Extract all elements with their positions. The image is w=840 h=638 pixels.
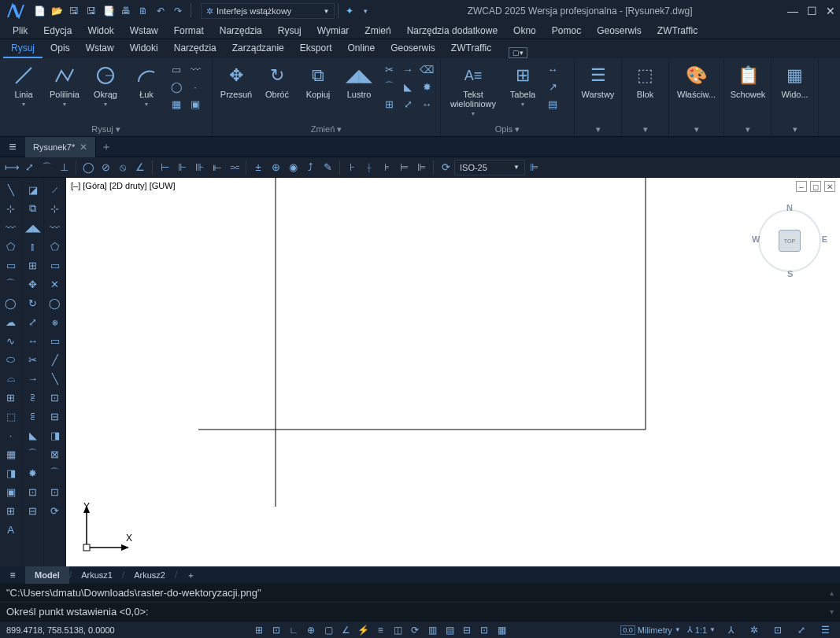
layout-tab-arkusz2[interactable]: Arkusz2 (124, 566, 175, 584)
rotate-button[interactable]: ↻Obróć (258, 61, 296, 101)
panel-title-zmien[interactable]: Zmień ▾ (213, 122, 440, 136)
mirror-button[interactable]: ◢◣Lustro (340, 61, 378, 101)
dim-tol-icon[interactable]: ± (250, 159, 267, 176)
panel-title-schowek[interactable]: ▾ (724, 122, 771, 136)
ribbon-tab-zwtraffic[interactable]: ZWTraffic (443, 39, 499, 58)
redo-icon[interactable]: ↷ (170, 3, 186, 19)
snap-mode-icon[interactable]: ⊡ (268, 622, 285, 638)
dim-cont-icon[interactable]: ⊪ (191, 159, 208, 176)
chevron-down-icon[interactable]: ▼ (357, 3, 373, 19)
dim-rad-icon[interactable]: ◯ (80, 159, 97, 176)
tb-expl-sm-icon[interactable]: ✸ (24, 464, 42, 481)
erase-icon[interactable]: ⌫ (419, 61, 435, 77)
menu-okno[interactable]: Okno (507, 24, 542, 38)
cycle-icon[interactable]: ⟳ (406, 622, 424, 638)
doc-tab-active[interactable]: Rysunek7* ✕ (25, 137, 96, 157)
tb-poly-icon[interactable]: ⬠ (2, 238, 20, 255)
tb3-8-icon[interactable]: ⎈ (46, 313, 64, 330)
layout-tab-arkusz1[interactable]: Arkusz1 (72, 566, 122, 584)
tb-join-icon[interactable]: ⫕ (24, 408, 42, 425)
ribbon-tab-zarzadzanie[interactable]: Zarządzanie (224, 39, 292, 58)
region-icon[interactable]: ▣ (187, 96, 203, 112)
plot-icon[interactable]: 📑 (101, 3, 117, 19)
ribbon-tab-opis[interactable]: Opis (43, 39, 78, 58)
dim-style-icon[interactable]: ⊫ (525, 159, 542, 176)
viewcube-w[interactable]: W (752, 234, 760, 244)
sb-c-icon[interactable]: ⊟ (458, 622, 476, 638)
line-button[interactable]: Linia▾ (5, 61, 43, 109)
tb-trim-sm-icon[interactable]: ✂ (24, 351, 42, 368)
open-icon[interactable]: 📂 (49, 3, 65, 19)
layers-button[interactable]: ☰Warstwy (579, 61, 616, 101)
save-icon[interactable]: 🖫 (66, 3, 82, 19)
view-button[interactable]: ▦Wido... (776, 61, 813, 101)
tb-erase-sm-icon[interactable]: ◪ (24, 181, 42, 198)
status-units[interactable]: 0.0 Milimetry▼ (620, 625, 680, 635)
dim-h4-icon[interactable]: ⊨ (395, 159, 413, 176)
dim-break-icon[interactable]: ⫗ (225, 159, 242, 176)
tb3-4-icon[interactable]: ⬠ (46, 238, 64, 255)
tb-pline-icon[interactable]: 〰 (2, 219, 20, 236)
status-scale[interactable]: ⅄ 1:1 ▼ (687, 625, 716, 635)
menu-wstaw[interactable]: Wstaw (124, 24, 165, 38)
workspace-dropdown[interactable]: ✲ Interfejs wstążkowy ▼ (201, 3, 335, 19)
ribbon-tab-wstaw[interactable]: Wstaw (78, 39, 122, 58)
array-icon[interactable]: ⊞ (381, 96, 397, 112)
tb3-16-icon[interactable]: ⌒ (46, 464, 64, 481)
menu-edycja[interactable]: Edycja (37, 24, 78, 38)
star-icon[interactable]: ✦ (342, 3, 357, 19)
dim-ord-icon[interactable]: ⊥ (55, 159, 72, 176)
cmd-scroll-down-icon[interactable]: ▾ (830, 607, 834, 616)
tb-grad-icon[interactable]: ◨ (2, 464, 20, 481)
rect-icon[interactable]: ▭ (168, 61, 184, 77)
snap-grid-icon[interactable]: ⊞ (250, 622, 268, 638)
tb-block-sm-icon[interactable]: ⬚ (2, 408, 20, 425)
table-button[interactable]: ⊞Tabela▾ (504, 61, 542, 109)
tb3-9-icon[interactable]: ▭ (46, 332, 64, 349)
clipboard-button[interactable]: 📋Schowek (729, 61, 767, 101)
tb-pt-icon[interactable]: · (2, 426, 20, 444)
tb-tbl-icon[interactable]: ⊞ (2, 502, 20, 519)
arc-button[interactable]: Łuk▾ (128, 61, 165, 109)
panel-title-blok[interactable]: ▾ (622, 122, 668, 136)
dim-arc-icon[interactable]: ⌒ (38, 159, 55, 176)
layout-tab-model[interactable]: Model (25, 566, 69, 584)
viewcube-face[interactable]: TOP (779, 230, 801, 252)
dim-h2-icon[interactable]: ⟊ (361, 159, 378, 176)
new-icon[interactable]: 📄 (31, 3, 47, 19)
ribbon-tab-geoserwis[interactable]: Geoserwis (383, 39, 443, 58)
menu-dodatkowe[interactable]: Narzędzia dodatkowe (401, 24, 504, 38)
dim-style-dropdown[interactable]: ISO-25▼ (454, 160, 525, 175)
panel-title-opis[interactable]: Opis ▾ (441, 122, 574, 136)
dim-aligned-icon[interactable]: ⤢ (20, 159, 38, 176)
doc-menu-icon[interactable]: ≡ (0, 140, 25, 154)
field-icon[interactable]: ▤ (545, 96, 561, 112)
ortho-icon[interactable]: ∟ (285, 622, 302, 638)
tb-break-icon[interactable]: ⫔ (24, 389, 42, 406)
menu-zmien[interactable]: Zmień (358, 24, 397, 38)
dim-h1-icon[interactable]: ⊦ (343, 159, 361, 176)
viewcube[interactable]: TOP N S E W (750, 201, 829, 280)
minimize-button[interactable]: — (786, 5, 799, 17)
tb3-13-icon[interactable]: ⊟ (46, 408, 64, 425)
tb-move-sm-icon[interactable]: ✥ (24, 275, 42, 293)
tb-array-sm-icon[interactable]: ⊞ (24, 256, 42, 274)
layout-tab-add[interactable]: ＋ (177, 566, 205, 584)
dim-jog-icon[interactable]: ⦸ (114, 159, 131, 176)
otrack-icon[interactable]: ∠ (337, 622, 354, 638)
dim-h3-icon[interactable]: ⊧ (378, 159, 395, 176)
viewport-label[interactable]: [–] [Góra] [2D druty] [GUW] (71, 181, 176, 190)
spline-icon[interactable]: 〰 (187, 61, 203, 77)
saveas-icon[interactable]: 🖫 (83, 3, 99, 19)
dim-upd-icon[interactable]: ⟳ (437, 159, 454, 176)
sb-r1-icon[interactable]: ⅄ (722, 622, 739, 638)
tb-xline-icon[interactable]: ⊹ (2, 200, 20, 217)
dim-edit-icon[interactable]: ✎ (319, 159, 336, 176)
polar-icon[interactable]: ⊕ (302, 622, 320, 638)
sb-e-icon[interactable]: ▦ (493, 622, 510, 638)
menu-widok[interactable]: Widok (81, 24, 120, 38)
tb3-7-icon[interactable]: ◯ (46, 294, 64, 312)
menu-zwtraffic[interactable]: ZWTraffic (651, 24, 704, 38)
mtext-button[interactable]: A≡Tekst wieloliniowy▾ (446, 61, 501, 119)
ribbon-tab-online[interactable]: Online (339, 39, 383, 58)
